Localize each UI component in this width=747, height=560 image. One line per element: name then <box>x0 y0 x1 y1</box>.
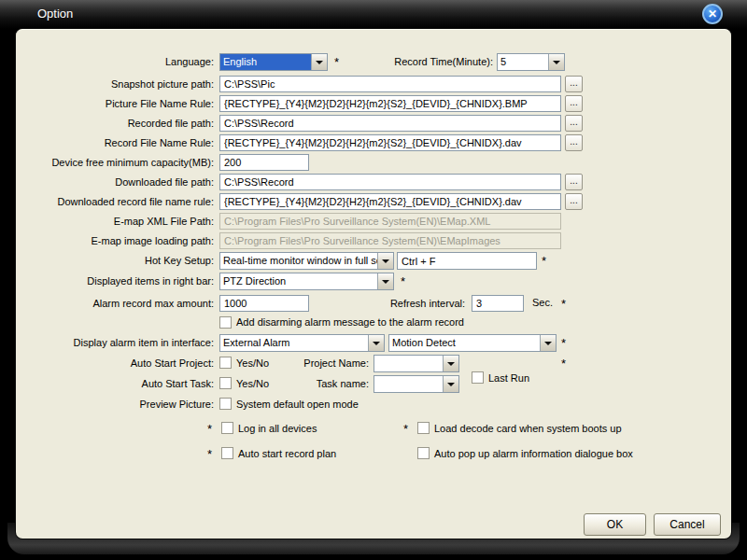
required-asterisk: * <box>561 297 566 311</box>
chevron-down-icon[interactable] <box>377 273 393 289</box>
rightbar-select[interactable]: PTZ Direction <box>219 273 394 290</box>
record-rule-input[interactable] <box>219 134 561 151</box>
chevron-down-icon[interactable] <box>368 335 384 351</box>
auto-project-label: Auto Start Project: <box>35 357 214 369</box>
record-rule-browse-button[interactable]: ... <box>565 134 583 151</box>
emap-xml-label: E-map XML File Path: <box>35 216 214 227</box>
required-asterisk: * <box>401 274 405 288</box>
ok-button[interactable]: OK <box>584 513 646 536</box>
required-asterisk: * <box>403 422 408 436</box>
alarm-max-input[interactable] <box>219 295 309 312</box>
decode-card-label: Load decode card when system boots up <box>434 423 622 434</box>
close-icon[interactable]: ✕ <box>702 4 723 24</box>
preview-picture-label: Preview Picture: <box>35 399 214 410</box>
task-name-value <box>374 376 443 392</box>
task-name-label: Task name: <box>275 378 369 389</box>
snapshot-path-label: Snapshot picture path: <box>35 78 214 90</box>
auto-project-yesno-label: Yes/No <box>236 357 269 369</box>
chevron-down-icon[interactable] <box>443 356 458 371</box>
cancel-button[interactable]: Cancel <box>654 513 721 536</box>
recorded-path-browse-button[interactable]: ... <box>565 115 583 132</box>
recorded-path-input[interactable] <box>219 115 561 132</box>
auto-task-checkbox[interactable] <box>219 377 232 389</box>
alarm-type2-value: Motion Detect <box>389 335 540 351</box>
task-name-select[interactable] <box>374 375 459 393</box>
auto-task-yesno-label: Yes/No <box>236 378 269 389</box>
required-asterisk: * <box>561 336 566 350</box>
chevron-down-icon[interactable] <box>540 335 556 351</box>
required-asterisk: * <box>561 357 566 371</box>
capacity-label: Device free minimum capacity(MB): <box>35 157 214 168</box>
language-value: English <box>220 54 311 70</box>
alarm-type1-value: External Alarm <box>220 335 368 351</box>
alarm-type2-select[interactable]: Motion Detect <box>388 334 557 352</box>
chevron-down-icon[interactable] <box>377 253 393 269</box>
refresh-interval-label: Refresh interval: <box>366 298 465 309</box>
record-time-value: 5 <box>498 54 548 70</box>
auto-task-label: Auto Start Task: <box>35 378 214 389</box>
alarm-max-label: Alarm record max amount: <box>35 298 214 309</box>
window-title: Option <box>37 7 73 21</box>
picture-rule-label: Picture File Name Rule: <box>35 98 214 109</box>
record-rule-label: Record File Name Rule: <box>35 137 214 148</box>
rightbar-value: PTZ Direction <box>220 273 377 289</box>
record-plan-checkbox[interactable] <box>221 447 233 459</box>
download-path-label: Downloaded file path: <box>35 176 214 188</box>
download-path-browse-button[interactable]: ... <box>565 174 583 190</box>
download-rule-browse-button[interactable]: ... <box>565 193 583 210</box>
preview-checkbox[interactable] <box>219 398 232 410</box>
project-name-value <box>374 356 443 371</box>
project-name-label: Project Name: <box>275 357 369 369</box>
alarm-popup-checkbox[interactable] <box>417 447 430 459</box>
record-time-label: Record Time(Minute): <box>310 56 493 67</box>
emap-xml-input <box>219 213 561 230</box>
picture-rule-browse-button[interactable]: ... <box>565 95 583 112</box>
snapshot-path-browse-button[interactable]: ... <box>565 76 583 92</box>
option-dialog-panel: Language: English * Record Time(Minute):… <box>16 29 731 539</box>
required-asterisk: * <box>542 254 546 268</box>
last-run-label: Last Run <box>488 372 529 384</box>
language-label: Language: <box>35 56 214 67</box>
recorded-path-label: Recorded file path: <box>35 118 214 129</box>
disarm-checkbox[interactable] <box>219 316 232 329</box>
last-run-checkbox[interactable] <box>472 371 484 384</box>
download-rule-label: Downloaded record file name rule: <box>35 196 214 207</box>
alarm-type1-select[interactable]: External Alarm <box>219 334 385 352</box>
record-time-select[interactable]: 5 <box>497 53 565 71</box>
disarm-checkbox-label: Add disarming alarm message to the alarm… <box>236 316 464 328</box>
display-alarm-label: Display alarm item in interface: <box>35 337 214 348</box>
required-asterisk: * <box>207 447 212 461</box>
titlebar: Option ✕ <box>0 0 747 29</box>
decode-card-checkbox[interactable] <box>417 422 430 434</box>
snapshot-path-input[interactable] <box>219 76 561 92</box>
emap-img-label: E-map image loading path: <box>35 235 214 246</box>
hotkey-action-value: Real-time monitor window in full sc <box>220 253 377 269</box>
preview-checkbox-label: System default open mode <box>236 399 359 410</box>
login-all-checkbox[interactable] <box>221 422 233 434</box>
hotkey-input[interactable] <box>397 252 537 270</box>
emap-img-input <box>219 232 561 249</box>
chevron-down-icon[interactable] <box>548 54 564 70</box>
download-rule-input[interactable] <box>219 193 561 210</box>
alarm-popup-label: Auto pop up alarm information dialogue b… <box>434 448 633 459</box>
chevron-down-icon[interactable] <box>443 376 458 392</box>
refresh-interval-input[interactable] <box>472 295 524 312</box>
picture-rule-input[interactable] <box>219 95 561 112</box>
sec-unit-label: Sec. <box>532 297 553 308</box>
project-name-select[interactable] <box>374 355 459 372</box>
hotkey-action-select[interactable]: Real-time monitor window in full sc <box>219 252 394 270</box>
capacity-input[interactable] <box>219 154 309 171</box>
download-path-input[interactable] <box>219 174 561 190</box>
auto-project-checkbox[interactable] <box>219 357 232 369</box>
record-plan-label: Auto start record plan <box>238 448 336 459</box>
required-asterisk: * <box>207 422 212 436</box>
hotkey-label: Hot Key Setup: <box>35 255 214 266</box>
login-all-label: Log in all devices <box>238 423 317 434</box>
rightbar-label: Displayed items in right bar: <box>35 275 214 287</box>
